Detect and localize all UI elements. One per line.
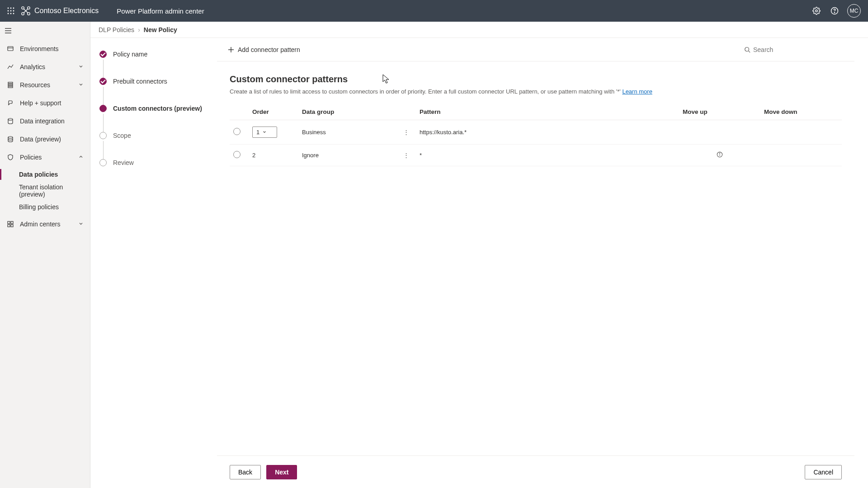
step-dot-upcoming-icon xyxy=(99,132,107,139)
hamburger-icon xyxy=(5,27,12,34)
sidebar-item-label: Resources xyxy=(20,81,50,89)
svg-point-27 xyxy=(8,136,13,138)
page-title: Custom connector patterns xyxy=(230,74,842,84)
add-button-label: Add connector pattern xyxy=(238,46,300,53)
org-name: Contoso Electronics xyxy=(34,7,99,15)
org-logo[interactable]: Contoso Electronics xyxy=(21,6,99,16)
app-title: Power Platform admin center xyxy=(117,7,204,15)
svg-point-34 xyxy=(745,47,749,51)
app-launcher-icon[interactable] xyxy=(4,4,18,18)
data-preview-icon xyxy=(6,135,14,143)
sidebar-item-label: Policies xyxy=(20,154,42,161)
search-input[interactable] xyxy=(753,46,844,53)
svg-point-4 xyxy=(10,10,12,12)
resources-icon xyxy=(6,81,14,89)
col-moveup-header[interactable]: Move up xyxy=(679,104,760,120)
sidebar-item-data-preview[interactable]: Data (preview) xyxy=(0,130,90,148)
cancel-button[interactable]: Cancel xyxy=(805,465,842,479)
breadcrumb-parent[interactable]: DLP Policies xyxy=(99,26,134,33)
search-icon xyxy=(744,47,750,53)
svg-rect-23 xyxy=(8,82,13,84)
data-integration-icon xyxy=(6,117,14,125)
step-dot-completed-icon xyxy=(99,78,107,85)
sidebar-item-environments[interactable]: Environments xyxy=(0,40,90,58)
sidebar-item-admin-centers[interactable]: Admin centers xyxy=(0,215,90,233)
sidebar-sub-label: Data policies xyxy=(19,171,58,178)
policies-icon xyxy=(6,153,14,161)
breadcrumb-current: New Policy xyxy=(144,26,177,33)
nav-collapse-button[interactable] xyxy=(0,22,90,40)
help-icon[interactable] xyxy=(826,2,844,20)
add-connector-pattern-button[interactable]: Add connector pattern xyxy=(228,46,300,53)
wizard-footer: Back Next Cancel xyxy=(217,455,854,488)
sidebar-item-resources[interactable]: Resources xyxy=(0,76,90,94)
svg-point-26 xyxy=(8,118,13,120)
sidebar-item-label: Analytics xyxy=(20,63,45,70)
svg-rect-21 xyxy=(8,47,13,51)
svg-point-3 xyxy=(8,10,9,12)
command-bar: Add connector pattern xyxy=(217,38,854,61)
svg-point-5 xyxy=(13,10,14,12)
data-group-value: Business xyxy=(302,129,326,136)
wizard-step-policy-name[interactable]: Policy name xyxy=(99,51,208,58)
settings-icon[interactable] xyxy=(807,2,826,20)
step-label: Prebuilt connectors xyxy=(113,78,167,85)
col-movedown-header[interactable]: Move down xyxy=(760,104,842,120)
col-group-header[interactable]: Data group xyxy=(298,104,416,120)
sidebar-sub-billing-policies[interactable]: Billing policies xyxy=(0,199,90,215)
step-dot-completed-icon xyxy=(99,51,107,58)
main-panel: Add connector pattern Custom connector p… xyxy=(217,38,868,488)
sidebar-item-analytics[interactable]: Analytics xyxy=(0,58,90,76)
row-select-radio[interactable] xyxy=(233,151,241,158)
svg-point-1 xyxy=(10,8,12,9)
order-select[interactable]: 1 xyxy=(252,127,277,138)
svg-rect-25 xyxy=(8,86,13,88)
svg-point-8 xyxy=(13,13,14,14)
row-more-button[interactable]: ⋮ xyxy=(401,129,412,136)
breadcrumb: DLP Policies › New Policy xyxy=(90,22,868,38)
sidebar-sub-label: Tenant isolation (preview) xyxy=(19,183,90,198)
avatar-initials: MC xyxy=(850,8,859,14)
wizard-step-scope[interactable]: Scope xyxy=(99,132,208,139)
learn-more-link[interactable]: Learn more xyxy=(622,88,652,95)
svg-point-7 xyxy=(10,13,12,14)
sidebar-sub-data-policies[interactable]: Data policies xyxy=(0,166,90,183)
wizard-step-prebuilt[interactable]: Prebuilt connectors xyxy=(99,78,208,85)
chevron-down-icon xyxy=(262,129,267,136)
next-button[interactable]: Next xyxy=(266,465,297,479)
patterns-table: Order Data group Pattern Move up Move do… xyxy=(230,104,842,166)
svg-rect-30 xyxy=(8,225,10,227)
avatar[interactable]: MC xyxy=(847,4,861,18)
help-icon xyxy=(6,99,14,107)
table-row: 2 Ignore ⋮ * xyxy=(230,145,842,166)
search-area xyxy=(744,46,844,53)
wizard-step-custom[interactable]: Custom connectors (preview) xyxy=(99,105,208,112)
sidebar-item-label: Data integration xyxy=(20,117,65,125)
svg-rect-31 xyxy=(11,225,13,227)
col-pattern-header[interactable]: Pattern xyxy=(416,104,679,120)
svg-rect-29 xyxy=(11,221,13,224)
pattern-value: * xyxy=(416,145,679,166)
admin-centers-icon xyxy=(6,220,14,228)
pattern-value: https://kusto.aria.* xyxy=(416,120,679,145)
row-more-button[interactable]: ⋮ xyxy=(401,152,412,159)
info-icon[interactable] xyxy=(717,152,723,159)
step-label: Custom connectors (preview) xyxy=(113,105,202,112)
data-group-value: Ignore xyxy=(302,152,319,159)
back-button[interactable]: Back xyxy=(230,465,261,479)
wizard-step-review[interactable]: Review xyxy=(99,159,208,166)
step-label: Review xyxy=(113,159,134,166)
environments-icon xyxy=(6,45,14,53)
page-description: Create a list of rules to limit access t… xyxy=(230,88,842,95)
sidebar-item-data-integration[interactable]: Data integration xyxy=(0,112,90,130)
sidebar-item-label: Environments xyxy=(20,45,59,52)
sidebar-item-policies[interactable]: Policies xyxy=(0,148,90,166)
svg-point-2 xyxy=(13,8,14,9)
sidebar-item-help[interactable]: Help + support xyxy=(0,94,90,112)
svg-point-6 xyxy=(8,13,9,14)
sidebar-sub-tenant-isolation[interactable]: Tenant isolation (preview) xyxy=(0,183,90,199)
svg-rect-24 xyxy=(8,84,13,86)
col-order-header[interactable]: Order xyxy=(249,104,298,120)
row-select-radio[interactable] xyxy=(233,128,241,135)
sidebar-item-label: Help + support xyxy=(20,99,61,107)
